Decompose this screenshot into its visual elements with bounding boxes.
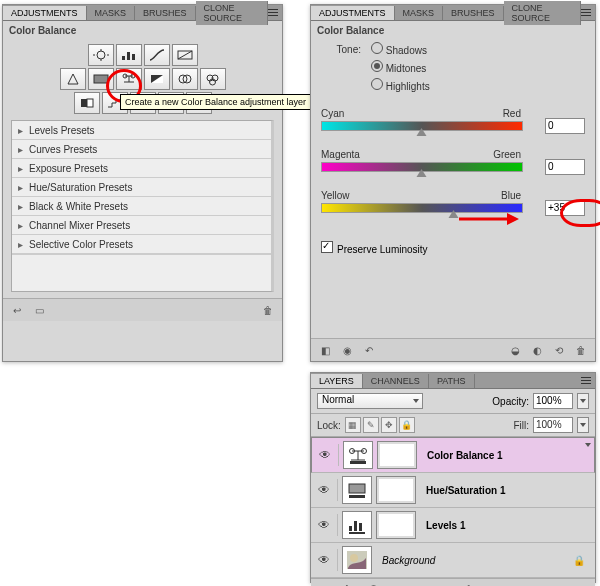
photo-filter-icon[interactable]	[172, 68, 198, 90]
visibility-eye-icon[interactable]: 👁	[315, 518, 333, 532]
tab-clonesrc[interactable]: CLONE SOURCE	[196, 1, 268, 25]
levels-icon[interactable]	[116, 44, 142, 66]
slider-track[interactable]	[321, 203, 523, 213]
tab-brushes[interactable]: BRUSHES	[443, 6, 504, 20]
visibility-eye-icon[interactable]: 👁	[315, 483, 333, 497]
panel-footer: ◧ ◉ ↶ ◒ ◐ ⟲ 🗑	[311, 338, 595, 361]
vibrance-icon[interactable]	[60, 68, 86, 90]
preset-row[interactable]: ▸Curves Presets	[12, 140, 271, 159]
layer-thumb[interactable]	[342, 476, 372, 504]
adjustment-icon[interactable]: ◐	[389, 582, 405, 586]
svg-rect-32	[349, 532, 365, 534]
slider-left-label: Yellow	[321, 190, 350, 201]
tab-paths[interactable]: PATHS	[429, 374, 475, 388]
panel-menu-icon[interactable]	[581, 377, 591, 384]
fx-icon[interactable]: fx	[341, 582, 357, 586]
lock-all-icon[interactable]: 🔒	[399, 417, 415, 433]
layer-mask-thumb[interactable]	[377, 441, 417, 469]
exposure-icon[interactable]	[172, 44, 198, 66]
visibility-eye-icon[interactable]: 👁	[316, 448, 334, 462]
layer-mask-thumb[interactable]	[376, 476, 416, 504]
trash-icon[interactable]: 🗑	[573, 343, 589, 357]
disclosure-triangle-icon: ▸	[18, 163, 23, 174]
channel-mixer-icon[interactable]	[200, 68, 226, 90]
color-balance-icon[interactable]	[116, 68, 142, 90]
tab-clonesrc[interactable]: CLONE SOURCE	[504, 1, 581, 25]
tab-masks[interactable]: MASKS	[87, 6, 136, 20]
preset-row[interactable]: ▸Levels Presets	[12, 121, 271, 140]
tab-adjustments[interactable]: ADJUSTMENTS	[311, 6, 395, 20]
preset-row[interactable]: ▸Exposure Presets	[12, 159, 271, 178]
layer-mask-thumb[interactable]	[376, 511, 416, 539]
layer-row[interactable]: 👁Levels 1	[311, 508, 595, 543]
invert-icon[interactable]	[74, 92, 100, 114]
layer-row[interactable]: 👁Hue/Saturation 1	[311, 473, 595, 508]
layer-row[interactable]: 👁Color Balance 1	[311, 437, 595, 473]
preset-label: Exposure Presets	[29, 163, 108, 174]
tab-masks[interactable]: MASKS	[395, 6, 444, 20]
arrow-left-icon[interactable]: ↩	[9, 303, 25, 317]
view-icon[interactable]: ◧	[317, 343, 333, 357]
slider-value-input[interactable]: +35	[545, 200, 585, 216]
tone-shadows[interactable]: Shadows	[371, 42, 427, 56]
slider-track[interactable]	[321, 121, 523, 131]
black-white-icon[interactable]	[144, 68, 170, 90]
preset-row[interactable]: ▸Hue/Saturation Presets	[12, 178, 271, 197]
tab-channels[interactable]: CHANNELS	[363, 374, 429, 388]
fill-slider-toggle[interactable]	[577, 417, 589, 433]
svg-rect-28	[349, 495, 365, 498]
preserve-luminosity-row[interactable]: Preserve Luminosity	[311, 227, 595, 255]
slider-knob[interactable]	[417, 128, 428, 137]
tab-adjustments[interactable]: ADJUSTMENTS	[3, 6, 87, 20]
group-icon[interactable]: ▣	[413, 582, 429, 586]
prev-icon[interactable]: ◐	[529, 343, 545, 357]
svg-rect-29	[349, 526, 352, 531]
curves-icon[interactable]	[144, 44, 170, 66]
tone-midtones[interactable]: Midtones	[371, 60, 426, 74]
opacity-slider-toggle[interactable]	[577, 393, 589, 409]
preset-row[interactable]: ▸Selective Color Presets	[12, 235, 271, 254]
mask-icon[interactable]: ◯	[365, 582, 381, 586]
hue-saturation-icon[interactable]	[88, 68, 114, 90]
panel-menu-icon[interactable]	[268, 9, 278, 16]
slider-knob[interactable]	[417, 169, 428, 178]
trash-icon[interactable]: 🗑	[461, 582, 477, 586]
trash-icon[interactable]: 🗑	[260, 303, 276, 317]
opacity-input[interactable]: 100%	[533, 393, 573, 409]
reset-icon[interactable]: ⟲	[551, 343, 567, 357]
slider-value-input[interactable]: 0	[545, 118, 585, 134]
new-layer-icon[interactable]: ▦	[437, 582, 453, 586]
layer-thumb[interactable]	[342, 511, 372, 539]
brightness-contrast-icon[interactable]	[88, 44, 114, 66]
layer-row[interactable]: 👁Background🔒	[311, 543, 595, 578]
clip-icon[interactable]: ◒	[507, 343, 523, 357]
tab-layers[interactable]: LAYERS	[311, 374, 363, 388]
link-icon[interactable]: ⇔	[317, 582, 333, 586]
preset-row[interactable]: ▸Channel Mixer Presets	[12, 216, 271, 235]
slider-knob[interactable]	[449, 210, 460, 219]
fill-input[interactable]: 100%	[533, 417, 573, 433]
eye-icon[interactable]: ◉	[339, 343, 355, 357]
layers-panel: LAYERS CHANNELS PATHS Normal Opacity: 10…	[310, 372, 596, 583]
slider-track[interactable]	[321, 162, 523, 172]
layer-thumb[interactable]	[343, 441, 373, 469]
layer-thumb[interactable]	[342, 546, 372, 574]
view-toggle-icon[interactable]: ▭	[31, 303, 47, 317]
fill-label: Fill:	[513, 420, 529, 431]
blend-mode-select[interactable]: Normal	[317, 393, 423, 409]
lock-transparent-icon[interactable]: ▦	[345, 417, 361, 433]
visibility-eye-icon[interactable]: 👁	[315, 553, 333, 567]
panel-menu-icon[interactable]	[581, 9, 591, 16]
slider-left-label: Cyan	[321, 108, 344, 119]
svg-rect-1	[122, 56, 125, 60]
tone-highlights[interactable]: Highlights	[371, 78, 430, 92]
lock-position-icon[interactable]: ✥	[381, 417, 397, 433]
layer-name: Levels 1	[426, 520, 465, 531]
preset-row[interactable]: ▸Black & White Presets	[12, 197, 271, 216]
tab-brushes[interactable]: BRUSHES	[135, 6, 196, 20]
lock-image-icon[interactable]: ✎	[363, 417, 379, 433]
color-slider-row: YellowBlue+35	[311, 186, 595, 221]
reset-arrow-icon[interactable]: ↶	[361, 343, 377, 357]
disclosure-triangle-icon: ▸	[18, 239, 23, 250]
slider-value-input[interactable]: 0	[545, 159, 585, 175]
